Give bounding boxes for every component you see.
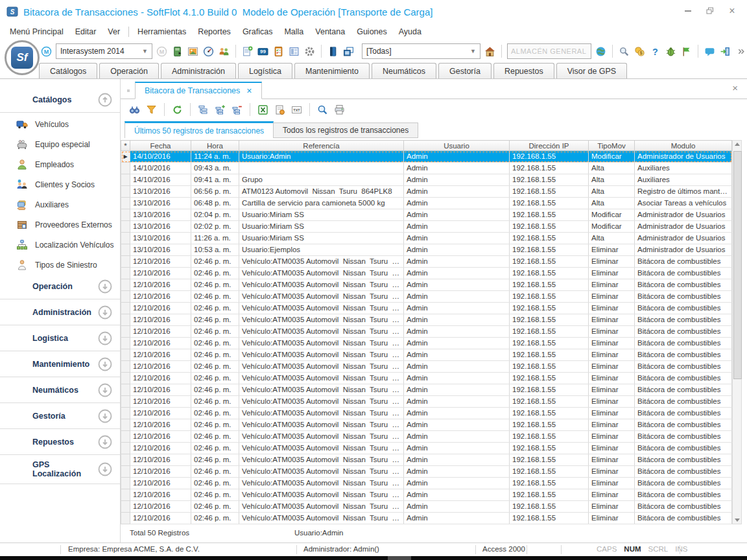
table-row[interactable]: 12/10/201602:46 p. m.Vehículo:ATM0035 Au…: [121, 384, 732, 396]
table-row[interactable]: 12/10/201602:46 p. m.Vehículo:ATM0035 Au…: [121, 279, 732, 291]
cell-usuario[interactable]: Admin: [404, 221, 510, 233]
cell-ip[interactable]: 192.168.1.55: [510, 478, 589, 489]
cell-ip[interactable]: 192.168.1.55: [510, 419, 589, 431]
table-row[interactable]: 12/10/201602:46 p. m.Vehículo:ATM0035 Au…: [121, 396, 732, 408]
row-marker-cell[interactable]: [121, 326, 130, 338]
tab-operacion[interactable]: Operación: [99, 63, 159, 78]
cell-tipomov[interactable]: Eliminar: [589, 291, 635, 303]
row-marker-cell[interactable]: [121, 303, 130, 314]
cell-usuario[interactable]: Admin: [404, 268, 510, 279]
cell-usuario[interactable]: Admin: [404, 209, 510, 221]
cell-tipomov[interactable]: Eliminar: [589, 314, 635, 326]
cell-hora[interactable]: 02:46 p. m.: [191, 419, 239, 431]
minimize-button[interactable]: [683, 6, 693, 16]
cell-fecha[interactable]: 12/10/2016: [130, 478, 191, 489]
report-icon[interactable]: [274, 104, 286, 116]
cell-tipomov[interactable]: Eliminar: [589, 326, 635, 338]
cell-usuario[interactable]: Admin: [404, 454, 510, 466]
cell-hora[interactable]: 02:46 p. m.: [191, 314, 239, 326]
cell-fecha[interactable]: 12/10/2016: [130, 314, 191, 326]
cell-modulo[interactable]: Bitácora de combustibles: [635, 478, 732, 489]
cell-tipomov[interactable]: Eliminar: [589, 244, 635, 256]
cell-modulo[interactable]: Bitácora de combustibles: [635, 373, 732, 384]
table-row[interactable]: 12/10/201602:46 p. m.Vehículo:ATM0035 Au…: [121, 326, 732, 338]
tree-remove-icon[interactable]: [231, 104, 243, 116]
cell-fecha[interactable]: 12/10/2016: [130, 443, 191, 454]
row-marker-cell[interactable]: [121, 186, 130, 198]
table-row[interactable]: 12/10/201602:46 p. m.Vehículo:ATM0035 Au…: [121, 314, 732, 326]
cell-modulo[interactable]: Registro de últimos manten...: [635, 186, 732, 198]
cell-fecha[interactable]: 13/10/2016: [130, 221, 191, 233]
menu-item-reportes[interactable]: Reportes: [192, 25, 237, 39]
cell-modulo[interactable]: Bitácora de combustibles: [635, 419, 732, 431]
cell-referencia[interactable]: Vehículo:ATM0035 Automovil Nissan Tsuru …: [239, 501, 404, 513]
table-row[interactable]: 12/10/201602:46 p. m.Vehículo:ATM0035 Au…: [121, 373, 732, 384]
cell-referencia[interactable]: Vehículo:ATM0035 Automovil Nissan Tsuru …: [239, 489, 404, 501]
row-marker-cell[interactable]: [121, 256, 130, 268]
row-marker-cell[interactable]: [121, 454, 130, 466]
table-row[interactable]: 13/10/201610:53 a. m.Usuario:EjemplosAdm…: [121, 244, 732, 256]
cell-hora[interactable]: 02:46 p. m.: [191, 431, 239, 443]
cell-modulo[interactable]: Administrador de Usuarios: [635, 233, 732, 244]
cell-modulo[interactable]: Bitácora de combustibles: [635, 256, 732, 268]
users-icon[interactable]: [218, 45, 230, 58]
cell-ip[interactable]: 192.168.1.55: [510, 338, 589, 349]
row-marker-cell[interactable]: [121, 233, 130, 244]
cell-referencia[interactable]: Vehículo:ATM0035 Automovil Nissan Tsuru …: [239, 431, 404, 443]
table-row[interactable]: ▶14/10/201611:24 a. m.Usuario:AdminAdmin…: [121, 151, 732, 163]
cell-referencia[interactable]: ATM0123 Automovil Nissan Tsuru 864PLK8: [239, 186, 404, 198]
row-marker-cell[interactable]: [121, 489, 130, 501]
cell-usuario[interactable]: Admin: [404, 501, 510, 513]
tab-repuestos[interactable]: Repuestos: [493, 63, 554, 78]
cell-ip[interactable]: 192.168.1.55: [510, 151, 589, 163]
cell-usuario[interactable]: Admin: [404, 163, 510, 174]
table-row[interactable]: 12/10/201602:46 p. m.Vehículo:ATM0035 Au…: [121, 466, 732, 478]
scrollbar-thumb[interactable]: [733, 151, 742, 379]
sidebar-item-auxiliares[interactable]: Auxiliares: [0, 194, 120, 215]
cell-ip[interactable]: 192.168.1.55: [510, 466, 589, 478]
table-row[interactable]: 12/10/201602:46 p. m.Vehículo:ATM0035 Au…: [121, 501, 732, 513]
tab-close-icon[interactable]: ×: [246, 87, 252, 95]
sidebar-section-logistica[interactable]: Logistica: [0, 327, 120, 349]
cell-referencia[interactable]: Vehículo:ATM0035 Automovil Nissan Tsuru …: [239, 314, 404, 326]
row-marker-cell[interactable]: [121, 291, 130, 303]
cell-modulo[interactable]: Administrador de Usuarios: [635, 151, 732, 163]
cell-ip[interactable]: 192.168.1.55: [510, 244, 589, 256]
txt-icon[interactable]: TXT: [290, 104, 303, 116]
cell-ip[interactable]: 192.168.1.55: [510, 174, 589, 186]
menu-item-ayuda[interactable]: Ayuda: [393, 25, 427, 39]
tab-gestoria[interactable]: Gestoría: [438, 63, 492, 78]
close-button[interactable]: ×: [728, 6, 737, 16]
cell-usuario[interactable]: Admin: [404, 431, 510, 443]
cell-modulo[interactable]: Administrador de Usuarios: [635, 221, 732, 233]
document-tab-bitacora[interactable]: Bitacora de Transacciones ×: [135, 82, 262, 99]
menu-item-guiones[interactable]: Guiones: [351, 25, 393, 39]
cell-referencia[interactable]: Vehículo:ATM0035 Automovil Nissan Tsuru …: [239, 349, 404, 361]
cell-hora[interactable]: 09:41 a. m.: [191, 174, 239, 186]
cell-tipomov[interactable]: Eliminar: [589, 384, 635, 396]
cell-fecha[interactable]: 12/10/2016: [130, 466, 191, 478]
cell-tipomov[interactable]: Eliminar: [589, 408, 635, 419]
row-marker-cell[interactable]: [121, 384, 130, 396]
cell-ip[interactable]: 192.168.1.55: [510, 454, 589, 466]
row-marker-cell[interactable]: [121, 209, 130, 221]
vertical-scrollbar[interactable]: [732, 140, 742, 524]
cell-usuario[interactable]: Admin: [404, 408, 510, 419]
cell-ip[interactable]: 192.168.1.55: [510, 314, 589, 326]
cell-hora[interactable]: 02:46 p. m.: [191, 291, 239, 303]
cell-ip[interactable]: 192.168.1.55: [510, 408, 589, 419]
cell-fecha[interactable]: 12/10/2016: [130, 384, 191, 396]
sidebar-section-neumaticos[interactable]: Neumáticos: [0, 379, 120, 401]
cell-usuario[interactable]: Admin: [404, 443, 510, 454]
row-marker-cell[interactable]: ▶: [121, 151, 130, 163]
cell-hora[interactable]: 02:46 p. m.: [191, 338, 239, 349]
cell-ip[interactable]: 192.168.1.55: [510, 221, 589, 233]
cell-modulo[interactable]: Bitácora de combustibles: [635, 408, 732, 419]
cell-ip[interactable]: 192.168.1.55: [510, 163, 589, 174]
column-header-referencia[interactable]: Referencía: [239, 141, 404, 151]
cell-tipomov[interactable]: Eliminar: [589, 268, 635, 279]
table-row[interactable]: 12/10/201602:46 p. m.Vehículo:ATM0035 Au…: [121, 349, 732, 361]
cell-ip[interactable]: 192.168.1.55: [510, 443, 589, 454]
table-row[interactable]: 12/10/201602:46 p. m.Vehículo:ATM0035 Au…: [121, 443, 732, 454]
cabinet-icon[interactable]: [171, 45, 184, 58]
